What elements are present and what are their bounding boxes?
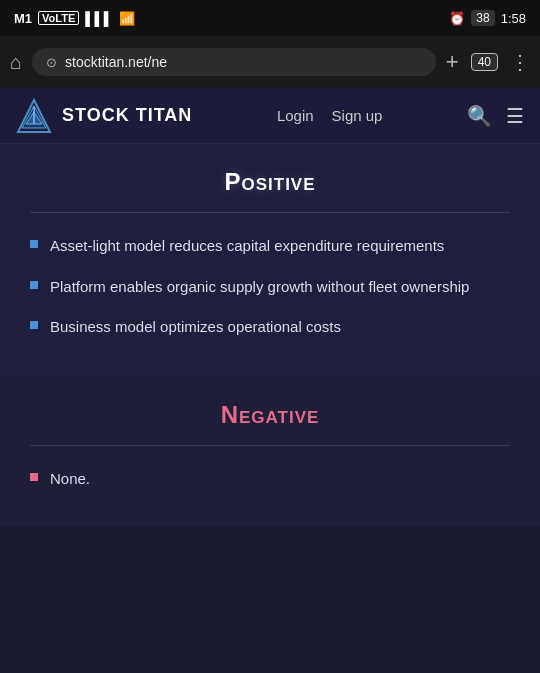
nav-logo-text: STOCK TITAN	[62, 105, 192, 126]
battery-badge: 38	[471, 10, 494, 26]
bullet-marker-neg	[30, 473, 38, 481]
main-content: Positive Asset-light model reduces capit…	[0, 144, 540, 526]
volte-badge: VoLTE	[38, 11, 79, 25]
secure-icon: ⊙	[46, 55, 57, 70]
wifi-icon: 📶	[119, 11, 135, 26]
login-link[interactable]: Login	[277, 107, 314, 124]
negative-title: Negative	[30, 401, 510, 429]
nav-icons: 🔍 ☰	[467, 104, 524, 128]
new-tab-button[interactable]: +	[446, 49, 459, 75]
url-text: stocktitan.net/ne	[65, 54, 422, 70]
list-item: Platform enables organic supply growth w…	[30, 276, 510, 299]
positive-title: Positive	[30, 168, 510, 196]
positive-item-1: Asset-light model reduces capital expend…	[50, 235, 444, 258]
url-bar-actions: + 40 ⋮	[446, 49, 530, 75]
positive-section: Positive Asset-light model reduces capit…	[0, 144, 540, 375]
home-icon[interactable]: ⌂	[10, 51, 22, 74]
nav-links: Login Sign up	[277, 107, 383, 124]
bullet-marker	[30, 321, 38, 329]
alarm-icon: ⏰	[449, 11, 465, 26]
positive-bullet-list: Asset-light model reduces capital expend…	[30, 235, 510, 339]
list-item: None.	[30, 468, 510, 491]
bullet-marker	[30, 240, 38, 248]
browser-menu-button[interactable]: ⋮	[510, 50, 530, 74]
status-bar: M1 VoLTE ▌▌▌ 📶 ⏰ 38 1:58	[0, 0, 540, 36]
hamburger-menu-button[interactable]: ☰	[506, 104, 524, 128]
search-button[interactable]: 🔍	[467, 104, 492, 128]
url-bar: ⌂ ⊙ stocktitan.net/ne + 40 ⋮	[0, 36, 540, 88]
nav-logo: STOCK TITAN	[16, 98, 192, 134]
negative-bullet-list: None.	[30, 468, 510, 491]
status-left: M1 VoLTE ▌▌▌ 📶	[14, 11, 135, 26]
positive-item-3: Business model optimizes operational cos…	[50, 316, 341, 339]
list-item: Asset-light model reduces capital expend…	[30, 235, 510, 258]
bullet-marker	[30, 281, 38, 289]
url-input-wrapper[interactable]: ⊙ stocktitan.net/ne	[32, 48, 436, 76]
tabs-count-button[interactable]: 40	[471, 53, 498, 71]
positive-divider	[30, 212, 510, 213]
carrier-label: M1	[14, 11, 32, 26]
positive-item-2: Platform enables organic supply growth w…	[50, 276, 469, 299]
time-display: 1:58	[501, 11, 526, 26]
logo-icon	[16, 98, 52, 134]
signal-icon: ▌▌▌	[85, 11, 113, 26]
signup-link[interactable]: Sign up	[332, 107, 383, 124]
negative-divider	[30, 445, 510, 446]
nav-bar: STOCK TITAN Login Sign up 🔍 ☰	[0, 88, 540, 144]
negative-section: Negative None.	[0, 377, 540, 527]
status-right: ⏰ 38 1:58	[449, 10, 526, 26]
negative-item-1: None.	[50, 468, 90, 491]
list-item: Business model optimizes operational cos…	[30, 316, 510, 339]
